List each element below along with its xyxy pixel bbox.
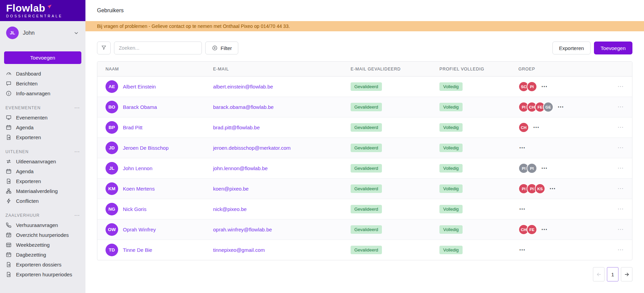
sidebar-nav: DashboardBerichtenInfo-aanvragenEVENEMEN… xyxy=(0,67,85,279)
user-menu[interactable]: JL John xyxy=(0,21,85,43)
sidebar-item-overzicht-huurperiodes[interactable]: Overzicht huurperiodes xyxy=(0,230,85,240)
groups-more-button[interactable]: ⋯ xyxy=(541,167,548,170)
profile-complete-badge: Volledig xyxy=(439,205,463,213)
users-table: NAAME-MAILE-MAIL GEVALIDEERDPROFIEL VOLL… xyxy=(97,61,632,260)
sidebar-item-berichten[interactable]: Berichten xyxy=(0,79,85,88)
row-avatar: BP xyxy=(106,121,118,134)
sidebar-item-agenda[interactable]: Agenda xyxy=(0,166,85,176)
groups-more-button[interactable]: ⋯ xyxy=(519,208,526,211)
row-avatar: JD xyxy=(106,142,118,154)
sidebar-item-exporteren[interactable]: Exporteren xyxy=(0,176,85,186)
user-name-link[interactable]: Oprah Winfrey xyxy=(123,227,156,232)
email-validated-badge: Gevalideerd xyxy=(351,205,382,213)
sidebar-item-evenementen[interactable]: Evenementen xyxy=(0,113,85,123)
user-name-cell: JDJeroen De Bisschop xyxy=(106,142,213,154)
profile-complete-badge: Volledig xyxy=(439,164,463,173)
user-name-link[interactable]: Koen Mertens xyxy=(123,186,155,192)
groups-more-button[interactable]: ⋯ xyxy=(558,105,564,109)
user-email-link[interactable]: albert.einstein@flowlab.be xyxy=(213,84,351,89)
row-actions-button[interactable]: ⋯ xyxy=(617,246,624,253)
sidebar-section-title: ZAALVERHUUR xyxy=(5,213,40,218)
row-avatar: JL xyxy=(106,162,118,175)
user-name-link[interactable]: Barack Obama xyxy=(123,104,157,110)
groups-more-button[interactable]: ⋯ xyxy=(519,248,526,251)
sidebar-item-materiaalverdeling[interactable]: Materiaalverdeling xyxy=(0,186,85,196)
user-name-link[interactable]: Albert Einstein xyxy=(123,84,156,89)
section-more-button[interactable]: ⋯ xyxy=(74,149,80,154)
search-input[interactable] xyxy=(114,42,202,54)
user-name-cell: JLJohn Lennon xyxy=(106,162,213,175)
user-name-link[interactable]: Jeroen De Bisschop xyxy=(123,145,168,151)
sidebar-item-label: Weekbezetting xyxy=(16,242,50,248)
section-more-button[interactable]: ⋯ xyxy=(74,105,80,111)
groups-more-button[interactable]: ⋯ xyxy=(541,85,548,88)
sidebar-item-conflicten[interactable]: Conflicten xyxy=(0,196,85,206)
user-name-link[interactable]: Nick Goris xyxy=(123,206,146,212)
row-actions-cell: ⋯ xyxy=(608,186,624,192)
row-actions-button[interactable]: ⋯ xyxy=(617,185,624,192)
sidebar-item-exporteren-dossiers[interactable]: Exporteren dossiers xyxy=(0,260,85,270)
user-name-cell: NGNick Goris xyxy=(106,203,213,215)
sidebar-item-exporteren[interactable]: Exporteren xyxy=(0,132,85,142)
profile-complete-badge: Volledig xyxy=(439,246,463,254)
groups-cell: ⋯ xyxy=(518,248,608,251)
sidebar-item-dashboard[interactable]: Dashboard xyxy=(0,69,85,79)
profile-complete-badge: Volledig xyxy=(439,103,463,111)
sidebar-item-weekbezetting[interactable]: Weekbezetting xyxy=(0,240,85,250)
user-email-link[interactable]: koen@pixeo.be xyxy=(213,186,351,192)
chevron-down-icon xyxy=(73,30,79,36)
groups-cell: SCPI⋯ xyxy=(518,81,608,92)
column-header-groep: GROEP xyxy=(518,67,608,71)
sidebar-item-exporteren-huurperiodes[interactable]: Exporteren huurperiodes xyxy=(0,270,85,279)
section-more-button[interactable]: ⋯ xyxy=(74,213,80,218)
user-email-link[interactable]: tinnepixeo@gmail.com xyxy=(213,247,351,253)
email-validated-badge: Gevalideerd xyxy=(351,82,382,91)
export-button[interactable]: Exporteren xyxy=(552,42,590,54)
sidebar-section-title: UITLENEN xyxy=(5,149,29,154)
brand-logo[interactable]: Flowlab Dossiercentrale xyxy=(0,0,85,21)
sidebar-item-dagbezetting[interactable]: Dagbezetting xyxy=(0,250,85,260)
filter-icon-button[interactable] xyxy=(97,42,111,54)
sidebar-item-uitleenaanvragen[interactable]: Uitleenaanvragen xyxy=(0,157,85,166)
next-page-button[interactable] xyxy=(621,267,632,281)
row-actions-button[interactable]: ⋯ xyxy=(617,144,624,151)
current-page-button[interactable]: 1 xyxy=(607,267,618,281)
table-row: NGNick Gorisnick@pixeo.beGevalideerdVoll… xyxy=(97,199,632,219)
user-email-link[interactable]: nick@pixeo.be xyxy=(213,206,351,212)
row-actions-button[interactable]: ⋯ xyxy=(617,226,624,233)
row-actions-button[interactable]: ⋯ xyxy=(617,165,624,172)
email-validated-badge: Gevalideerd xyxy=(351,144,382,152)
sidebar-item-agenda[interactable]: Agenda xyxy=(0,123,85,132)
prev-page-button[interactable] xyxy=(593,267,605,281)
email-validated-badge: Gevalideerd xyxy=(351,123,382,132)
sidebar-add-button[interactable]: Toevoegen xyxy=(4,51,81,64)
groups-more-button[interactable]: ⋯ xyxy=(533,126,540,129)
user-email-link[interactable]: oprah.winfrey@flowlab.be xyxy=(213,227,351,232)
row-actions-button[interactable]: ⋯ xyxy=(617,103,624,110)
add-button[interactable]: Toevoegen xyxy=(594,42,632,54)
user-name-link[interactable]: Tinne De Bie xyxy=(123,247,152,253)
groups-more-button[interactable]: ⋯ xyxy=(549,187,556,190)
row-actions-button[interactable]: ⋯ xyxy=(617,124,624,131)
circle-plus-icon xyxy=(212,45,218,51)
table-row: BPBrad Pittbrad.pitt@flowlab.beGevalidee… xyxy=(97,117,632,138)
row-actions-button[interactable]: ⋯ xyxy=(617,83,624,90)
sidebar-item-verhuuraanvragen[interactable]: Verhuuraanvragen xyxy=(0,220,85,230)
sidebar-item-label: Berichten xyxy=(16,81,37,86)
user-name-link[interactable]: John Lennon xyxy=(123,165,152,171)
user-email-link[interactable]: barack.obama@flowlab.be xyxy=(213,104,351,110)
email-validated-cell: Gevalideerd xyxy=(351,205,439,213)
user-name: John xyxy=(23,30,69,36)
groups-more-button[interactable]: ⋯ xyxy=(541,228,548,231)
user-email-link[interactable]: jeroen.debisschop@merkator.com xyxy=(213,145,351,151)
row-actions-button[interactable]: ⋯ xyxy=(617,206,624,212)
arrow-left-icon xyxy=(596,272,602,277)
user-email-link[interactable]: brad.pitt@flowlab.be xyxy=(213,125,351,130)
sidebar-item-info-aanvragen[interactable]: Info-aanvragen xyxy=(0,88,85,98)
user-email-link[interactable]: john.lennon@flowlab.be xyxy=(213,165,351,171)
table-row: JDJeroen De Bisschopjeroen.debisschop@me… xyxy=(97,138,632,158)
filter-button[interactable]: Filter xyxy=(205,42,238,54)
user-name-link[interactable]: Brad Pitt xyxy=(123,125,143,130)
groups-more-button[interactable]: ⋯ xyxy=(519,146,526,149)
profile-complete-badge: Volledig xyxy=(439,144,463,152)
